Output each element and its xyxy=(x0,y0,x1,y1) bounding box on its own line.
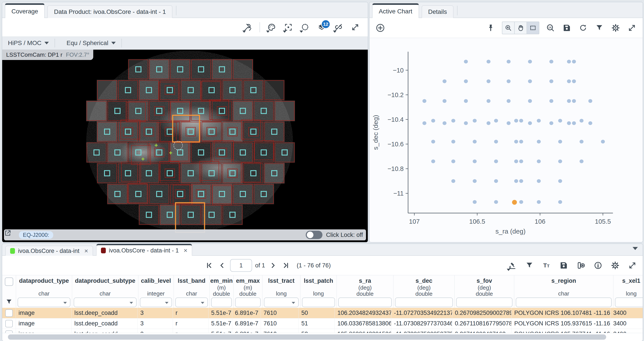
data-point[interactable] xyxy=(506,60,510,63)
data-point[interactable] xyxy=(567,99,571,103)
data-point[interactable] xyxy=(514,119,518,123)
data-point[interactable] xyxy=(558,119,562,123)
filter-input-lsst_tract[interactable] xyxy=(264,298,299,307)
previous-page-button[interactable] xyxy=(217,261,227,270)
data-point[interactable] xyxy=(528,60,532,63)
sky-image-area[interactable]: LSSTComCam: DP1 r FOV:2.7° EQ-J2000: Cli… xyxy=(2,50,368,242)
column-header-dataproduct_type[interactable]: dataproduct_typechar xyxy=(16,275,72,308)
data-point[interactable] xyxy=(473,179,476,183)
data-point[interactable] xyxy=(431,160,435,163)
data-point[interactable] xyxy=(486,99,490,103)
data-point[interactable] xyxy=(494,119,498,123)
data-point[interactable] xyxy=(464,79,468,83)
data-point[interactable] xyxy=(514,140,518,143)
data-point[interactable] xyxy=(558,179,562,183)
close-icon[interactable]: × xyxy=(184,247,188,254)
filter-input-s_dec[interactable] xyxy=(395,298,453,307)
data-point[interactable] xyxy=(580,119,584,123)
sky-coverage-image[interactable] xyxy=(2,50,368,242)
data-point[interactable] xyxy=(451,179,455,183)
filter-input-s_ra[interactable] xyxy=(338,298,392,307)
table-tab-obscore[interactable]: ivoa.ObsCore - data-int × xyxy=(5,246,93,256)
data-point[interactable] xyxy=(519,179,523,183)
filter-button[interactable] xyxy=(594,23,604,33)
data-point[interactable] xyxy=(550,79,554,83)
zoom-in-mode-button[interactable] xyxy=(502,22,515,34)
filter-input-lsst_patch[interactable] xyxy=(302,298,335,307)
tab-data-product[interactable]: Data Product: ivoa.ObsCore - data-int - … xyxy=(47,5,172,18)
tab-coverage[interactable]: Coverage xyxy=(5,3,45,18)
data-point[interactable] xyxy=(537,200,541,204)
data-point[interactable] xyxy=(537,119,541,123)
save-button[interactable] xyxy=(562,23,572,33)
data-point[interactable] xyxy=(464,121,468,125)
column-header-lsst_patch[interactable]: lsst_patchlong xyxy=(300,275,337,308)
filter-input-s_xel1[interactable] xyxy=(615,298,643,307)
column-header-s_ra[interactable]: s_ra(deg)double xyxy=(337,275,394,308)
chevron-down-icon[interactable] xyxy=(130,302,133,304)
first-page-button[interactable] xyxy=(204,261,214,270)
column-name[interactable]: s_fov xyxy=(476,278,492,284)
data-point[interactable] xyxy=(601,140,605,143)
collapse-caret-icon[interactable] xyxy=(632,247,638,250)
data-point[interactable] xyxy=(473,160,476,163)
data-point[interactable] xyxy=(422,121,426,125)
data-point[interactable] xyxy=(431,140,435,143)
filter-input-s_region[interactable] xyxy=(516,298,612,307)
last-page-button[interactable] xyxy=(281,261,290,270)
data-point[interactable] xyxy=(567,121,571,125)
gear-button[interactable] xyxy=(610,23,621,33)
data-point[interactable] xyxy=(506,99,510,103)
data-point[interactable] xyxy=(494,200,498,204)
text-format-button[interactable]: TT xyxy=(542,260,552,271)
data-point[interactable] xyxy=(442,79,446,83)
chevron-down-icon[interactable] xyxy=(201,302,204,304)
data-point[interactable] xyxy=(431,119,435,123)
projection-dropdown[interactable]: Equ / Spherical xyxy=(61,39,122,46)
chevron-down-icon[interactable] xyxy=(165,302,168,304)
data-point[interactable] xyxy=(451,119,455,123)
data-point[interactable] xyxy=(473,200,476,204)
data-point[interactable] xyxy=(473,140,476,143)
info-button[interactable] xyxy=(593,260,603,271)
column-header-s_region[interactable]: s_regionchar xyxy=(514,275,614,308)
data-point[interactable] xyxy=(486,60,490,63)
data-point[interactable] xyxy=(442,99,446,103)
data-point[interactable] xyxy=(558,200,562,204)
data-point[interactable] xyxy=(506,121,510,125)
page-number-input[interactable] xyxy=(230,259,252,272)
column-name[interactable]: s_dec xyxy=(416,278,432,284)
data-point[interactable] xyxy=(486,79,490,83)
column-name[interactable]: s_ra xyxy=(359,278,371,284)
column-name[interactable]: lsst_band xyxy=(178,278,206,285)
data-point[interactable] xyxy=(537,179,541,183)
expand-button[interactable] xyxy=(627,260,638,271)
data-point[interactable] xyxy=(528,79,532,83)
data-point[interactable] xyxy=(588,99,592,103)
filter-input-dataproduct_type[interactable] xyxy=(18,298,70,307)
data-point[interactable] xyxy=(567,60,571,63)
data-point[interactable] xyxy=(464,60,468,63)
data-point[interactable] xyxy=(572,79,576,83)
row-checkbox[interactable] xyxy=(5,309,13,317)
data-point[interactable] xyxy=(422,99,426,103)
filter-button[interactable] xyxy=(524,260,534,271)
data-point[interactable] xyxy=(473,119,476,123)
data-point[interactable] xyxy=(528,121,532,125)
data-point[interactable] xyxy=(550,121,554,125)
column-name[interactable]: em_max xyxy=(236,278,260,284)
chevron-down-icon[interactable] xyxy=(63,302,67,304)
column-header-em_max[interactable]: em_max(m)double xyxy=(234,275,262,308)
column-name[interactable]: dataproduct_subtype xyxy=(75,278,136,285)
pin-button[interactable] xyxy=(486,23,496,33)
horizontal-scrollbar[interactable] xyxy=(2,333,643,341)
select-circle-button[interactable] xyxy=(300,22,310,32)
refresh-button[interactable] xyxy=(578,23,588,33)
add-chart-button[interactable] xyxy=(375,23,385,33)
data-point[interactable] xyxy=(464,99,468,103)
data-point[interactable] xyxy=(519,160,523,163)
unlink-button[interactable] xyxy=(334,22,344,32)
data-point[interactable] xyxy=(494,179,498,183)
table-row[interactable]: imagelsst.deep_coadd3r5.51e-76.891e-7761… xyxy=(2,308,643,318)
data-point[interactable] xyxy=(494,160,498,163)
